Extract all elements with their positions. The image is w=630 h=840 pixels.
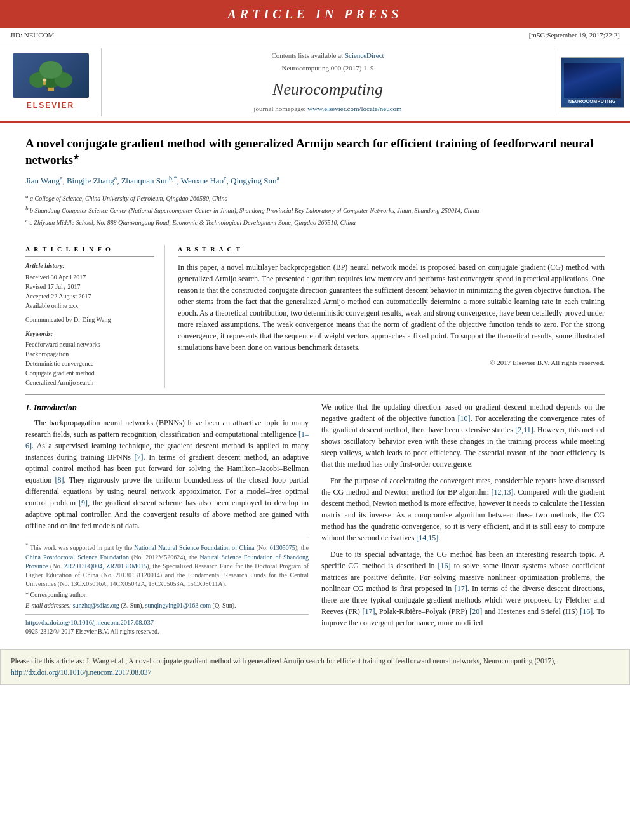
main-content: A novel conjugate gradient method with g… xyxy=(0,123,630,643)
section-1-title: 1. Introduction xyxy=(25,401,309,414)
keyword-2: Backpropagation xyxy=(25,350,154,359)
journal-title: Neurocomputing xyxy=(272,78,383,101)
footnote-area: * This work was supported in part by the… xyxy=(25,538,309,636)
article-info-abstract: A R T I C L E I N F O Article history: R… xyxy=(25,236,605,395)
intro-para-right-2: For the purpose of accelerating the conv… xyxy=(321,475,605,543)
elsevier-wordmark: ELSEVIER xyxy=(27,100,74,111)
footnote-star: * This work was supported in part by the… xyxy=(25,542,309,588)
footnote-corresponding: * Corresponding author. xyxy=(25,590,309,599)
journal-homepage-link[interactable]: www.elsevier.com/locate/neucom xyxy=(307,105,401,112)
affiliations: a a College of Science, China University… xyxy=(25,192,605,228)
publisher-logo-area: ELSEVIER xyxy=(0,48,102,116)
keywords-label: Keywords: xyxy=(25,330,154,338)
received-date: Received 30 April 2017 xyxy=(25,273,154,282)
elsevier-tree-icon xyxy=(19,58,83,93)
abstract-header: A B S T R A C T xyxy=(178,245,605,257)
journal-cover-area: NEUROCOMPUTING xyxy=(554,48,630,116)
authors: Jian Wanga, Bingjie Zhanga, Zhanquan Sun… xyxy=(25,174,605,187)
intro-col-left: 1. Introduction The backpropagation neur… xyxy=(25,401,309,637)
article-info-header: A R T I C L E I N F O xyxy=(25,245,154,257)
keyword-3: Deterministic convergence xyxy=(25,359,154,368)
neurocomputing-cover-image: NEUROCOMPUTING xyxy=(561,57,624,108)
svg-point-4 xyxy=(39,61,62,79)
available-online: Available online xxx xyxy=(25,302,154,310)
article-title-section: A novel conjugate gradient method with g… xyxy=(25,123,605,236)
abstract-col: A B S T R A C T In this paper, a novel m… xyxy=(178,245,605,388)
journal-homepage-line: journal homepage: www.elsevier.com/locat… xyxy=(253,104,401,114)
elsevier-logo-img xyxy=(13,53,89,98)
page: ARTICLE IN PRESS JID: NEUCOM [m5G;Septem… xyxy=(0,0,630,840)
intro-para-right-3: Due to its special advantage, the CG met… xyxy=(321,549,605,629)
journal-info-center: Contents lists available at ScienceDirec… xyxy=(102,48,554,116)
sciencedirect-link[interactable]: ScienceDirect xyxy=(345,51,384,59)
elsevier-logo: ELSEVIER xyxy=(13,53,89,111)
intro-col-right: We notice that the updating direction ba… xyxy=(321,401,605,637)
journal-citation-line: Neurocomputing 000 (2017) 1–9 xyxy=(281,63,373,73)
contents-line: Contents lists available at ScienceDirec… xyxy=(271,51,384,60)
doi-line: http://dx.doi.org/10.1016/j.neucom.2017.… xyxy=(25,618,309,628)
doi-link[interactable]: http://dx.doi.org/10.1016/j.neucom.2017.… xyxy=(25,619,154,626)
article-info-col: A R T I C L E I N F O Article history: R… xyxy=(25,245,165,388)
journal-header: ELSEVIER Contents lists available at Sci… xyxy=(0,43,630,123)
article-title: A novel conjugate gradient method with g… xyxy=(25,135,605,168)
citation-doi-link[interactable]: http://dx.doi.org/10.1016/j.neucom.2017.… xyxy=(11,669,151,676)
date-label: [m5G;September 19, 2017;22:2] xyxy=(529,30,620,40)
issn-line: 0925-2312/© 2017 Elsevier B.V. All right… xyxy=(25,627,309,636)
top-meta: JID: NEUCOM [m5G;September 19, 2017;22:2… xyxy=(0,28,630,43)
communicated-by: Communicated by Dr Ding Wang xyxy=(25,316,154,324)
intro-para-right-1: We notice that the updating direction ba… xyxy=(321,401,605,470)
jid-label: JID: NEUCOM xyxy=(10,30,54,40)
footnote-emails: E-mail addresses: sunzhq@sdias.org (Z. S… xyxy=(25,601,309,610)
banner-text: ARTICLE IN PRESS xyxy=(228,7,403,21)
keyword-1: Feedforward neural networks xyxy=(25,340,154,349)
intro-para-1: The backpropagation neural networks (BPN… xyxy=(25,417,309,531)
revised-date: Revised 17 July 2017 xyxy=(25,283,154,291)
keyword-4: Conjugate gradient method xyxy=(25,369,154,378)
intro-section: 1. Introduction The backpropagation neur… xyxy=(25,395,605,643)
svg-point-6 xyxy=(43,78,46,81)
intro-two-col: 1. Introduction The backpropagation neur… xyxy=(25,401,605,637)
article-in-press-banner: ARTICLE IN PRESS xyxy=(0,0,630,28)
svg-rect-5 xyxy=(43,81,46,85)
citation-bar: Please cite this article as: J. Wang et … xyxy=(0,649,630,685)
keyword-5: Generalized Armijo search xyxy=(25,378,154,387)
abstract-text: In this paper, a novel multilayer backpr… xyxy=(178,262,605,353)
citation-bar-text: Please cite this article as: J. Wang et … xyxy=(11,657,556,665)
title-star: ★ xyxy=(73,152,79,160)
history-label: Article history: xyxy=(25,262,154,270)
copyright-line: © 2017 Elsevier B.V. All rights reserved… xyxy=(178,358,605,368)
cover-journal-title: NEUROCOMPUTING xyxy=(568,98,616,105)
accepted-date: Accepted 22 August 2017 xyxy=(25,292,154,301)
